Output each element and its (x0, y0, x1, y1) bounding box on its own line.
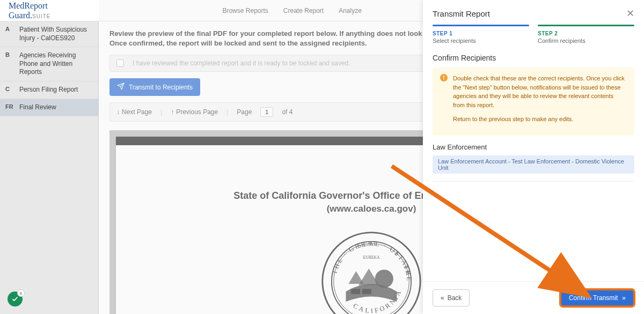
sidebar-badge: FR (5, 103, 15, 110)
step-2[interactable]: STEP 2 Confirm recipients (538, 25, 634, 44)
back-button[interactable]: « Back (433, 289, 470, 306)
sidebar-item-a[interactable]: A Patient With Suspicious Injury - CalOE… (0, 21, 98, 47)
sidebar: A Patient With Suspicious Injury - CalOE… (0, 0, 99, 314)
warning-box: ! Double check that these are the correc… (433, 68, 634, 136)
confirm-transmit-button[interactable]: Confirm Transmit » (560, 289, 634, 306)
warning-text-2: Return to the previous step to make any … (453, 115, 627, 124)
chevron-right-icon: » (622, 294, 626, 302)
sidebar-item-label: Person Filing Report (19, 86, 93, 94)
step-desc: Confirm recipients (538, 38, 634, 44)
transmit-button[interactable]: Transmit to Recipients (109, 78, 200, 96)
transmit-button-label: Transmit to Recipients (129, 84, 193, 91)
sidebar-item-label: Final Review (19, 103, 93, 112)
warning-text-1: Double check that these are the correct … (453, 74, 627, 109)
step-1[interactable]: STEP 1 Select recipients (433, 25, 529, 44)
arrow-up-icon: ↑ (171, 108, 174, 116)
svg-rect-10 (362, 289, 371, 295)
sidebar-badge: B (5, 51, 15, 58)
prev-page-label: Previous Page (176, 108, 218, 116)
review-checkbox[interactable] (116, 59, 124, 67)
svg-rect-9 (351, 289, 360, 295)
warning-icon: ! (440, 74, 448, 81)
sidebar-item-b[interactable]: B Agencies Receiving Phone and Written R… (0, 47, 98, 81)
step-label: STEP 1 (433, 31, 529, 36)
success-count-badge: 6 (17, 289, 25, 297)
step-desc: Select recipients (433, 38, 529, 44)
page-label: Page (237, 108, 252, 116)
state-seal-icon: THE · GREAT SEAL · OF · THE STATE · OF C… (320, 230, 422, 314)
sidebar-item-label: Agencies Receiving Phone and Written Rep… (19, 51, 93, 77)
recipient-chip[interactable]: Law Enforcement Account - Test Law Enfor… (433, 155, 634, 174)
close-icon: ✕ (626, 8, 634, 19)
back-button-label: Back (448, 294, 462, 302)
transmit-panel: Transmit Report ✕ STEP 1 Select recipien… (423, 0, 644, 314)
prev-page-button[interactable]: ↑ Previous Page (171, 108, 218, 116)
steps: STEP 1 Select recipients STEP 2 Confirm … (423, 25, 644, 48)
check-icon (11, 295, 19, 303)
arrow-down-icon: ↓ (116, 108, 120, 116)
svg-text:EUREKA: EUREKA (363, 256, 380, 260)
sidebar-item-label: Patient With Suspicious Injury - CalOES9… (19, 26, 93, 42)
page-of: of 4 (282, 108, 292, 116)
send-icon (117, 83, 125, 92)
sidebar-badge: A (5, 26, 15, 32)
next-page-label: Next Page (122, 108, 152, 116)
step-label: STEP 2 (538, 31, 634, 36)
law-enforcement-title: Law Enforcement (433, 143, 634, 151)
sidebar-item-c[interactable]: C Person Filing Report (0, 81, 98, 99)
confirm-recipients-title: Confirm Recipients (433, 54, 634, 62)
logo: MedReport Guard.SUITE (9, 1, 50, 20)
close-button[interactable]: ✕ (626, 8, 634, 19)
panel-title: Transmit Report (433, 9, 490, 18)
confirm-button-label: Confirm Transmit (569, 294, 618, 302)
chevron-left-icon: « (441, 294, 444, 302)
success-indicator[interactable]: 6 (8, 291, 23, 306)
page-input[interactable] (260, 107, 273, 117)
sidebar-item-fr[interactable]: FR Final Review (0, 99, 98, 117)
next-page-button[interactable]: ↓ Next Page (116, 108, 152, 116)
sidebar-badge: C (5, 86, 15, 92)
